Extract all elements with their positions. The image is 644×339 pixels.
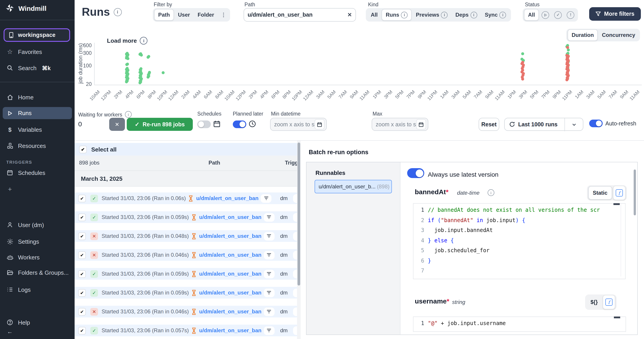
static-mode-button[interactable]: Static xyxy=(588,186,612,200)
status-success[interactable]: ✓ xyxy=(552,10,564,20)
row-path-link[interactable]: u/dm/alert_on_user_ban xyxy=(199,214,261,220)
status-failure[interactable]: ! xyxy=(565,10,577,20)
workspace-switcher[interactable]: workingspace xyxy=(4,28,70,42)
javascript-mode-button[interactable]: f xyxy=(613,186,625,200)
sidebar-item-logs[interactable]: Logs xyxy=(0,284,74,295)
row-checkbox[interactable]: ✔ xyxy=(78,251,86,259)
row-filter-button[interactable] xyxy=(264,213,274,221)
planned-later-toggle[interactable] xyxy=(233,121,246,128)
sidebar-collapse-button[interactable]: ← xyxy=(0,326,74,337)
row-checkbox[interactable]: ✔ xyxy=(78,194,86,202)
schedules-calendar-icon[interactable] xyxy=(213,120,221,128)
kind-previews[interactable]: Previewsi xyxy=(412,10,452,20)
tab-duration[interactable]: Duration xyxy=(568,29,598,41)
row-path-link[interactable]: u/dm/alert_on_user_ban xyxy=(199,233,261,239)
sidebar-item-settings[interactable]: Settings xyxy=(0,236,74,247)
calendar-icon[interactable] xyxy=(416,119,426,130)
job-row[interactable]: ✔✕Started 31/03, 23:06 (Ran in 0.048s)u/… xyxy=(74,230,297,242)
brand[interactable]: Windmill xyxy=(0,4,74,13)
sidebar-item-user[interactable]: User (dm) xyxy=(0,219,74,230)
row-action-pill[interactable] xyxy=(293,251,297,259)
path-column-header[interactable]: Path xyxy=(192,160,237,166)
status-running[interactable] xyxy=(540,10,552,20)
job-row[interactable]: ✔✓Started 31/03, 23:06 (Ran in 0.059s)u/… xyxy=(74,268,297,280)
row-filter-button[interactable] xyxy=(264,269,274,278)
row-action-pill[interactable] xyxy=(293,288,297,297)
chevron-down-icon[interactable] xyxy=(572,122,576,127)
javascript-mode-button[interactable]: f xyxy=(603,295,615,309)
more-filters-button[interactable]: More filters xyxy=(589,7,641,21)
filter-by-path[interactable]: Path xyxy=(154,9,174,21)
job-row[interactable]: ✔✓Started 31/03, 23:06 (Ran in 0.057s)u/… xyxy=(74,324,297,336)
tab-concurrency[interactable]: Concurrency xyxy=(598,30,639,41)
cancel-selection-button[interactable]: ✕ xyxy=(109,118,125,131)
sidebar-item-schedules[interactable]: Schedules xyxy=(0,167,74,178)
row-path-link[interactable]: u/dm/alert_on_user_ban xyxy=(196,195,258,201)
filter-by-more-icon[interactable]: ⋮ xyxy=(218,10,229,20)
sidebar-item-workers[interactable]: Workers xyxy=(0,252,74,262)
row-path-link[interactable]: u/dm/alert_on_user_ban xyxy=(199,271,261,277)
sidebar-item-runs[interactable]: Runs xyxy=(3,107,72,119)
always-latest-toggle[interactable] xyxy=(407,168,424,178)
row-filter-button[interactable] xyxy=(264,232,274,240)
row-checkbox[interactable]: ✔ xyxy=(78,308,86,315)
kind-sync[interactable]: Synci xyxy=(481,10,510,20)
row-filter-button[interactable] xyxy=(264,307,274,316)
filter-by-folder[interactable]: Folder xyxy=(194,10,218,20)
row-filter-button[interactable] xyxy=(264,288,274,297)
row-path-link[interactable]: u/dm/alert_on_user_ban xyxy=(199,327,261,333)
row-filter-button[interactable] xyxy=(264,251,274,259)
runs-chart[interactable]: Duration Concurrency Load more i job dur… xyxy=(74,28,644,110)
path-input[interactable]: u/dm/alert_on_user_ban ✕ xyxy=(244,8,356,22)
calendar-icon[interactable] xyxy=(314,119,324,130)
scrollbar-thumb[interactable] xyxy=(298,143,300,285)
sidebar-item-variables[interactable]: $ Variables xyxy=(0,124,74,135)
row-action-pill[interactable] xyxy=(293,307,297,316)
sidebar-item-search[interactable]: Search ⌘k xyxy=(0,63,74,73)
select-all-checkbox[interactable]: ✔ xyxy=(79,145,87,153)
rerun-jobs-button[interactable]: ✓Re-run 898 jobs xyxy=(127,118,193,131)
row-checkbox[interactable]: ✔ xyxy=(78,232,86,240)
job-row[interactable]: ✔✓Started 31/03, 23:06 (Ran in 0.059s)u/… xyxy=(74,211,297,223)
row-action-pill[interactable] xyxy=(293,232,297,240)
row-action-pill[interactable] xyxy=(293,194,297,203)
runs-info-icon[interactable]: i xyxy=(114,8,122,16)
min-datetime-input[interactable]: zoom x axis to set min (dr xyxy=(270,118,327,131)
job-row[interactable]: ✔✕Started 31/03, 23:06 (Ran in 0.046s)u/… xyxy=(74,306,297,317)
job-row[interactable]: ✔✓Started 31/03, 23:06 (Ran in 0.059s)u/… xyxy=(74,287,297,298)
auto-refresh-toggle[interactable] xyxy=(589,120,603,127)
sidebar-item-resources[interactable]: Resources xyxy=(0,140,74,151)
row-checkbox[interactable]: ✔ xyxy=(78,270,86,278)
job-row[interactable]: ✔✕Started 31/03, 23:06 (Ran in 0.046s)u/… xyxy=(74,249,297,261)
clear-path-icon[interactable]: ✕ xyxy=(348,12,352,18)
sidebar-item-home[interactable]: Home xyxy=(0,92,74,103)
last-runs-button[interactable]: Last 1000 runs xyxy=(504,118,583,131)
username-code-editor[interactable]: 1"@" + job.input.username xyxy=(413,316,626,332)
batch-panel-scrollbar[interactable] xyxy=(634,170,636,215)
row-filter-button[interactable] xyxy=(261,194,272,203)
row-action-pill[interactable] xyxy=(293,326,297,335)
sidebar-item-folders[interactable]: Folders & Groups... xyxy=(0,267,74,278)
sidebar-item-favorites[interactable]: ☆ Favorites xyxy=(0,46,74,57)
status-all[interactable]: All xyxy=(524,9,539,21)
row-path-link[interactable]: u/dm/alert_on_user_ban xyxy=(199,289,261,296)
info-icon[interactable]: i xyxy=(488,189,494,196)
kind-deps[interactable]: Depsi xyxy=(452,10,481,20)
row-checkbox[interactable]: ✔ xyxy=(78,289,86,296)
runnable-item[interactable]: u/dm/alert_on_user_b... (898) xyxy=(314,180,392,193)
bannedAt-code-editor[interactable]: 1// bannedAt does not exist on all versi… xyxy=(413,203,626,279)
schedules-toggle[interactable] xyxy=(197,121,211,128)
filter-by-user[interactable]: User xyxy=(174,10,194,20)
row-action-pill[interactable] xyxy=(293,213,297,221)
row-filter-button[interactable] xyxy=(264,326,274,335)
row-path-link[interactable]: u/dm/alert_on_user_ban xyxy=(199,308,261,315)
row-checkbox[interactable]: ✔ xyxy=(78,327,86,334)
row-path-link[interactable]: u/dm/alert_on_user_ban xyxy=(199,252,261,258)
planned-later-clock-icon[interactable] xyxy=(248,120,256,128)
jobs-list-scrollbar[interactable] xyxy=(297,141,301,339)
template-mode-button[interactable]: ${} xyxy=(586,296,602,308)
row-checkbox[interactable]: ✔ xyxy=(78,213,86,221)
job-row[interactable]: ✔✓Started 31/03, 23:06 (Ran in 0.06s)u/d… xyxy=(74,192,297,204)
reset-button[interactable]: Reset xyxy=(478,118,499,131)
max-datetime-input[interactable]: zoom x axis to set max xyxy=(372,118,428,131)
